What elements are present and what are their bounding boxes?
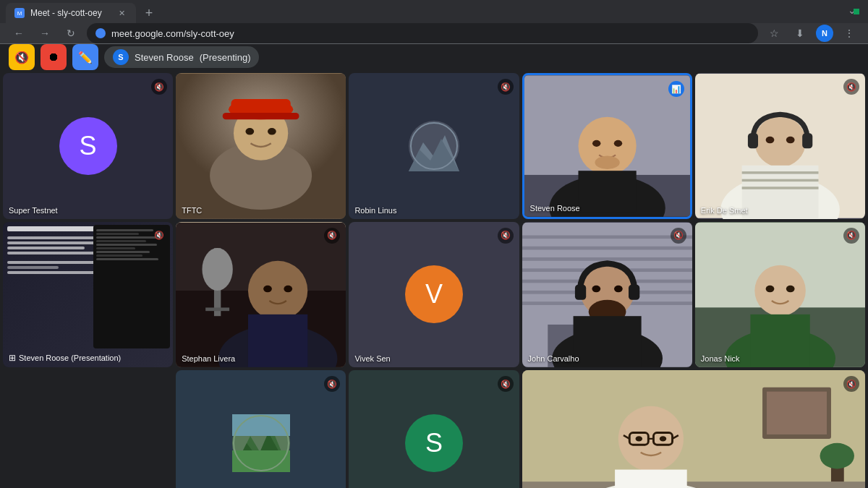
mute-icon-stephan: 🔇 — [324, 228, 340, 244]
svg-rect-64 — [750, 314, 809, 367]
url-text: meet.google.com/sly-cott-oey — [111, 28, 234, 39]
mute-icon-presentation: 🔇 — [151, 228, 167, 244]
avatar-jonas-bottom — [232, 414, 290, 472]
person-svg-jonas-top — [695, 222, 865, 368]
avatar-vivek: V — [405, 265, 463, 323]
tab-close-button[interactable]: ✕ — [116, 7, 127, 19]
pres-line-1 — [7, 226, 98, 231]
new-tab-button[interactable]: + — [139, 3, 159, 23]
svg-point-66 — [786, 285, 795, 291]
speaking-icon-steven: 📊 — [668, 81, 684, 97]
svg-point-18 — [613, 140, 621, 147]
svg-rect-81 — [615, 470, 687, 488]
tile-super-testnet[interactable]: S 🔇 Super Testnet — [3, 73, 173, 219]
svg-rect-5 — [223, 113, 299, 119]
more-button[interactable]: ⋮ — [839, 23, 859, 43]
svg-rect-44 — [522, 246, 692, 249]
tile-steven-bottom[interactable]: S 🔇 Steven Roose — [349, 370, 519, 488]
pres-line-7 — [7, 266, 59, 269]
mute-icon-vivek: 🔇 — [498, 228, 514, 244]
person-svg-tftc — [176, 73, 346, 219]
browser-frame: M Meet - sly-cott-oey ✕ + ⌄ ← → ↻ meet.g… — [0, 0, 868, 488]
person-svg-steven — [524, 75, 690, 217]
back-button[interactable]: ← — [9, 23, 29, 43]
url-bar[interactable]: meet.google.com/sly-cott-oey — [87, 23, 758, 43]
svg-point-22 — [754, 116, 806, 168]
person-svg-john — [522, 222, 692, 368]
presentation-label: ⊞ Steven Roose (Presentation) — [9, 353, 121, 363]
svg-rect-24 — [802, 133, 812, 148]
refresh-button[interactable]: ↻ — [61, 23, 81, 43]
svg-rect-58 — [573, 316, 641, 367]
tab-favicon: M — [14, 8, 25, 18]
svg-point-7 — [268, 128, 276, 134]
presenting-avatar: S — [113, 49, 129, 65]
tile-presentation[interactable]: ⊞ Steven Roose (Presentation) 🔇 — [3, 222, 173, 368]
svg-point-78 — [820, 443, 854, 469]
avatar-super-testnet: S — [59, 117, 117, 175]
video-grid: S 🔇 Super Testnet — [0, 70, 868, 488]
svg-rect-54 — [629, 284, 639, 299]
person-svg-erik — [695, 73, 865, 219]
bookmark-button[interactable]: ☆ — [764, 23, 784, 43]
tile-neil[interactable]: 🔇 Neil Woodfine — [522, 370, 865, 488]
svg-point-37 — [248, 260, 307, 320]
svg-point-19 — [595, 156, 619, 169]
person-svg-neil — [522, 370, 865, 488]
active-tab[interactable]: M Meet - sly-cott-oey ✕ — [6, 3, 136, 23]
tile-tftc[interactable]: TFTC — [176, 73, 346, 219]
tile-jonas-nick-top[interactable]: 🔇 Jonas Nick — [695, 222, 865, 368]
tab-bar: M Meet - sly-cott-oey ✕ + ⌄ — [0, 0, 868, 23]
name-john: John Carvalho — [528, 354, 579, 363]
svg-point-65 — [765, 285, 774, 291]
tile-jonas-nick-bottom[interactable]: 🔇 Jonas Nick — [176, 370, 346, 488]
mute-icon-john: 🔇 — [671, 228, 686, 244]
svg-rect-43 — [522, 235, 692, 239]
svg-point-40 — [284, 285, 293, 291]
presentation-content — [3, 222, 173, 368]
mute-icon-robin-linus: 🔇 — [498, 79, 514, 95]
name-steven-roose-main: Steven Roose — [530, 204, 580, 213]
svg-point-17 — [592, 140, 600, 147]
tile-vivek[interactable]: V 🔇 Vivek Sen — [349, 222, 519, 368]
mute-icon-erik: 🔇 — [843, 79, 859, 95]
presenting-text: Steven Roose — [135, 52, 194, 63]
name-super-testnet: Super Testnet — [9, 206, 58, 215]
meet-btn-1[interactable]: 🔇 — [9, 44, 35, 70]
pres-line-4 — [7, 247, 85, 249]
avatar-robin-linus — [409, 121, 459, 171]
svg-rect-35 — [205, 307, 229, 311]
mute-icon-jonas-bottom: 🔇 — [324, 376, 340, 392]
mute-icon-super-testnet: 🔇 — [151, 79, 167, 95]
tab-title: Meet - sly-cott-oey — [30, 8, 110, 18]
url-favicon — [95, 28, 106, 38]
tile-erik[interactable]: 🔇 Erik De Smet — [695, 73, 865, 219]
svg-point-25 — [765, 137, 774, 143]
tile-steven-roose-main[interactable]: 📊 Steven Roose — [522, 73, 692, 219]
svg-rect-16 — [578, 171, 636, 212]
presenting-suffix: (Presenting) — [200, 52, 251, 63]
tile-stephan[interactable]: 🔇 Stephan Livera — [176, 222, 346, 368]
name-jonas-nick-top: Jonas Nick — [701, 354, 740, 363]
name-tftc: TFTC — [182, 206, 202, 215]
forward-button[interactable]: → — [35, 23, 55, 43]
avatar-steven-bottom: S — [405, 414, 463, 472]
download-button[interactable]: ⬇ — [790, 23, 810, 43]
name-vivek: Vivek Sen — [354, 354, 390, 363]
address-bar: ← → ↻ meet.google.com/sly-cott-oey ☆ ⬇ N… — [0, 23, 868, 44]
svg-point-56 — [592, 285, 600, 291]
svg-point-57 — [614, 285, 623, 291]
svg-point-6 — [246, 128, 255, 134]
tile-robin-linus[interactable]: 🔇 Robin Linus — [349, 73, 519, 219]
tile-john[interactable]: 🔇 John Carvalho — [522, 222, 692, 368]
svg-rect-38 — [248, 314, 307, 367]
name-erik: Erik De Smet — [701, 206, 748, 215]
meet-btn-3[interactable]: ✏️ — [72, 44, 98, 70]
svg-rect-45 — [522, 257, 692, 261]
svg-point-26 — [786, 137, 795, 143]
meet-btn-2[interactable]: ⏺ — [41, 44, 67, 70]
svg-rect-76 — [767, 392, 827, 435]
svg-rect-28 — [741, 171, 818, 174]
svg-rect-29 — [741, 179, 818, 182]
svg-rect-23 — [748, 133, 758, 148]
